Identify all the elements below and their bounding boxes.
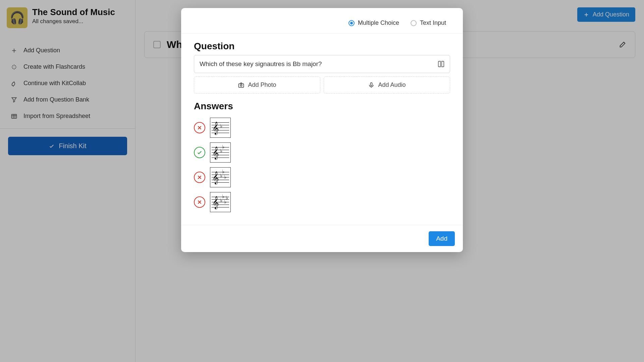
answer-row: 𝄞♭♭♭♭	[194, 192, 450, 212]
mic-icon	[368, 82, 375, 88]
svg-text:𝄞: 𝄞	[212, 196, 219, 209]
svg-point-2	[240, 84, 242, 86]
answer-mark-wrong[interactable]	[194, 172, 205, 183]
svg-text:♭: ♭	[222, 144, 224, 149]
svg-rect-3	[371, 82, 372, 85]
svg-text:♭: ♭	[222, 193, 224, 199]
svg-text:𝄞: 𝄞	[212, 122, 219, 135]
svg-text:♭: ♭	[222, 169, 224, 174]
svg-text:𝄞: 𝄞	[212, 171, 219, 185]
answer-image[interactable]: 𝄞♭	[210, 118, 231, 138]
question-heading: Question	[194, 41, 450, 52]
answer-image[interactable]: 𝄞♭♭♭	[210, 167, 231, 187]
answer-mark-correct[interactable]	[194, 147, 205, 158]
answers-heading: Answers	[194, 101, 450, 112]
add-audio-label: Add Audio	[378, 81, 406, 88]
qtype-text-input[interactable]: Text Input	[411, 19, 446, 26]
radio-icon	[348, 20, 355, 26]
answer-row: 𝄞♭♭	[194, 142, 450, 163]
add-photo-label: Add Photo	[248, 81, 276, 88]
modal-overlay[interactable]: Multiple Choice Text Input Question Add …	[0, 0, 644, 362]
qtype-multiple-choice[interactable]: Multiple Choice	[348, 19, 399, 26]
svg-text:𝄞: 𝄞	[212, 146, 219, 160]
svg-text:♭: ♭	[226, 195, 228, 200]
answer-row: 𝄞♭♭♭	[194, 167, 450, 187]
book-icon[interactable]	[437, 60, 445, 68]
radio-icon	[411, 20, 417, 26]
modal-footer: Add	[181, 225, 463, 252]
answer-mark-wrong[interactable]	[194, 122, 205, 133]
camera-icon	[238, 82, 245, 88]
question-type-selector: Multiple Choice Text Input	[181, 17, 463, 33]
qtype-label: Multiple Choice	[358, 19, 399, 26]
question-input[interactable]	[194, 55, 450, 73]
svg-text:♭: ♭	[220, 123, 222, 129]
answer-image[interactable]: 𝄞♭♭♭♭	[210, 192, 231, 212]
add-question-modal: Multiple Choice Text Input Question Add …	[181, 8, 463, 252]
divider	[181, 33, 463, 34]
answer-image[interactable]: 𝄞♭♭	[210, 142, 231, 163]
qtype-label: Text Input	[420, 19, 446, 26]
add-button[interactable]: Add	[429, 231, 455, 246]
answer-row: 𝄞♭	[194, 118, 450, 138]
svg-rect-1	[239, 83, 244, 87]
answers-list: 𝄞♭𝄞♭♭𝄞♭♭♭𝄞♭♭♭♭	[194, 118, 450, 217]
add-audio-button[interactable]: Add Audio	[324, 76, 450, 94]
svg-text:♭: ♭	[224, 174, 226, 180]
add-photo-button[interactable]: Add Photo	[194, 76, 320, 94]
answer-mark-wrong[interactable]	[194, 196, 205, 208]
